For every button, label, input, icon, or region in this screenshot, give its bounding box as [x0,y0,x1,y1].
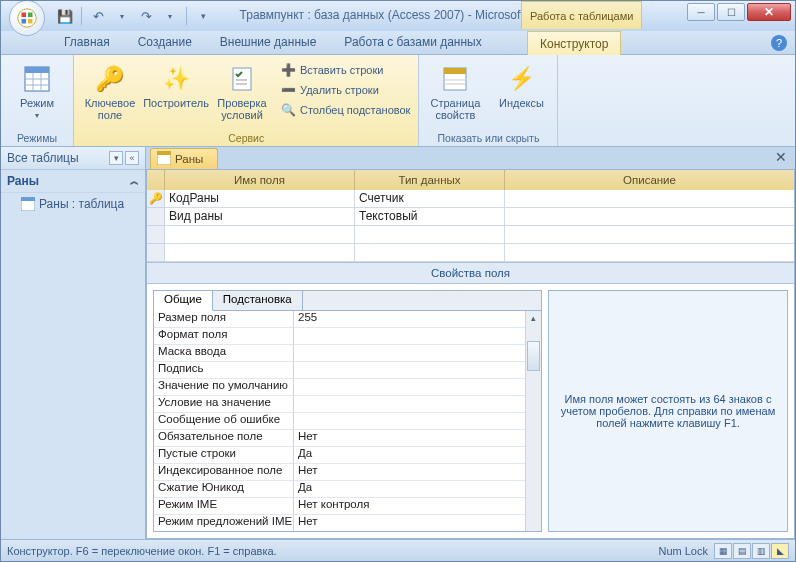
col-description[interactable]: Описание [505,170,794,190]
office-button[interactable] [9,0,45,36]
save-icon[interactable]: 💾 [55,6,75,26]
data-type-cell[interactable]: Счетчик [355,190,505,208]
property-row[interactable]: Маска ввода [154,345,525,362]
row-selector[interactable]: 🔑 [147,190,165,208]
redo-dropdown-icon[interactable]: ▾ [160,6,180,26]
maximize-button[interactable]: ☐ [717,3,745,21]
app-window: 💾 ↶ ▾ ↷ ▾ ▾ Травмпункт : база данных (Ac… [0,0,796,562]
property-value[interactable] [294,379,525,396]
property-value[interactable] [294,396,525,413]
nav-dropdown-icon[interactable]: ▾ [109,151,123,165]
document-tab[interactable]: Раны [150,148,218,169]
scrollbar[interactable]: ▴ [525,311,541,531]
property-row[interactable]: Пустые строкиДа [154,447,525,464]
property-row[interactable]: Режим предложений IMEНет [154,515,525,531]
property-row[interactable]: Значение по умолчанию [154,379,525,396]
row-selector[interactable] [147,244,165,262]
test-rules-button[interactable]: Проверка условий [212,61,272,123]
property-name: Режим предложений IME [154,515,294,531]
redo-icon[interactable]: ↷ [136,6,156,26]
pivot-table-shortcut[interactable]: ▤ [733,543,751,559]
property-row[interactable]: Сообщение об ошибке [154,413,525,430]
nav-collapse-icon[interactable]: « [125,151,139,165]
field-name-cell[interactable]: Вид раны [165,208,355,226]
minimize-button[interactable]: ─ [687,3,715,21]
property-value[interactable]: 255 [294,311,525,328]
property-value[interactable]: Да [294,447,525,464]
property-value[interactable]: Нет контроля [294,498,525,515]
tab-general[interactable]: Общие [154,291,213,311]
datasheet-view-shortcut[interactable]: ▦ [714,543,732,559]
property-value[interactable]: Нет [294,430,525,447]
property-value[interactable]: Нет [294,464,525,481]
view-button[interactable]: Режим ▾ [7,61,67,122]
property-value[interactable]: Нет [294,515,525,531]
description-cell[interactable] [505,190,794,208]
property-help-panel: Имя поля может состоять из 64 знаков с у… [548,290,788,532]
property-row[interactable]: Размер поля255 [154,311,525,328]
data-type-cell[interactable]: Текстовый [355,208,505,226]
tab-design[interactable]: Конструктор [527,31,621,55]
property-value[interactable] [294,362,525,379]
col-field-name[interactable]: Имя поля [165,170,355,190]
delete-row-icon: ➖ [280,82,296,98]
property-row[interactable]: Режим IMEНет контроля [154,498,525,515]
svg-rect-11 [233,68,251,90]
pivot-chart-shortcut[interactable]: ▥ [752,543,770,559]
property-name: Сжатие Юникод [154,481,294,498]
row-selector[interactable] [147,226,165,244]
scroll-thumb[interactable] [527,341,540,371]
property-value[interactable] [294,328,525,345]
delete-rows-button[interactable]: ➖Удалить строки [278,81,412,99]
field-row-empty[interactable] [147,226,794,244]
undo-dropdown-icon[interactable]: ▾ [112,6,132,26]
insert-rows-button[interactable]: ➕Вставить строки [278,61,412,79]
property-name: Пустые строки [154,447,294,464]
indexes-button[interactable]: ⚡ Индексы [491,61,551,111]
property-row[interactable]: Сжатие ЮникодДа [154,481,525,498]
help-icon[interactable]: ? [771,35,787,51]
nav-item-table[interactable]: Раны : таблица [1,193,145,215]
property-row[interactable]: Индексированное полеНет [154,464,525,481]
undo-icon[interactable]: ↶ [88,6,108,26]
property-name: Условие на значение [154,396,294,413]
nav-group-header[interactable]: Раны ︽ [1,170,145,193]
scroll-up-icon[interactable]: ▴ [526,311,541,325]
svg-rect-3 [22,19,27,24]
design-view-shortcut[interactable]: ◣ [771,543,789,559]
field-row[interactable]: Вид раны Текстовый [147,208,794,226]
tab-home[interactable]: Главная [51,30,123,54]
builder-button[interactable]: ✨ Построитель [146,61,206,111]
row-selector[interactable] [147,208,165,226]
lookup-column-button[interactable]: 🔍Столбец подстановок [278,101,412,119]
tab-lookup[interactable]: Подстановка [213,291,303,310]
property-value[interactable]: Да [294,481,525,498]
field-name-cell[interactable]: КодРаны [165,190,355,208]
status-text: Конструктор. F6 = переключение окон. F1 … [7,545,277,557]
description-cell[interactable] [505,208,794,226]
svg-rect-15 [444,68,466,74]
property-row[interactable]: Подпись [154,362,525,379]
field-row[interactable]: 🔑 КодРаны Счетчик [147,190,794,208]
primary-key-button[interactable]: 🔑 Ключевое поле [80,61,140,123]
property-value[interactable] [294,413,525,430]
col-data-type[interactable]: Тип данных [355,170,505,190]
svg-rect-19 [21,197,35,201]
property-sheet-button[interactable]: Страница свойств [425,61,485,123]
tab-database-tools[interactable]: Работа с базами данных [331,30,494,54]
svg-rect-2 [28,13,33,18]
qat-separator [81,7,82,25]
qat-customize-icon[interactable]: ▾ [193,6,213,26]
close-button[interactable]: ✕ [747,3,791,21]
close-tab-icon[interactable]: ✕ [773,149,789,165]
field-row-empty[interactable] [147,244,794,262]
tab-external-data[interactable]: Внешние данные [207,30,330,54]
property-value[interactable] [294,345,525,362]
property-row[interactable]: Формат поля [154,328,525,345]
property-name: Подпись [154,362,294,379]
ribbon: Режим ▾ Режимы 🔑 Ключевое поле ✨ Построи… [1,55,795,147]
tab-create[interactable]: Создание [125,30,205,54]
property-row[interactable]: Обязательное полеНет [154,430,525,447]
property-row[interactable]: Условие на значение [154,396,525,413]
nav-header[interactable]: Все таблицы ▾ « [1,147,145,170]
